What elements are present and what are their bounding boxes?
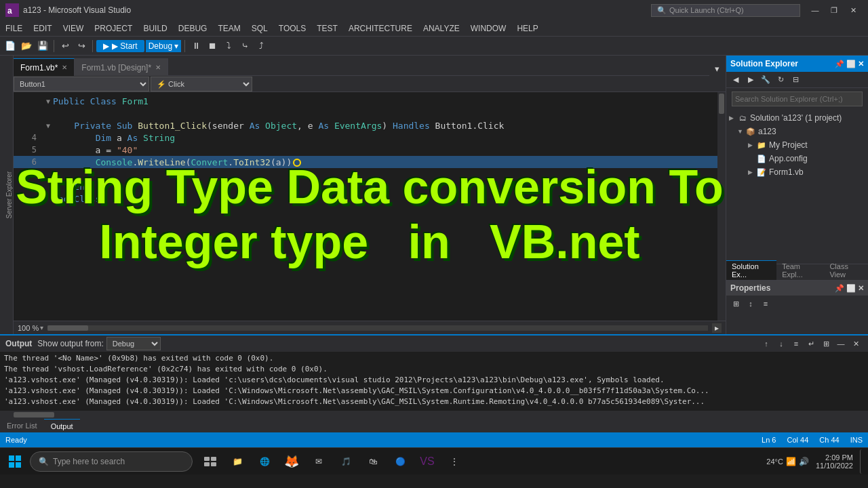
tab-output[interactable]: Output [44,419,80,432]
tree-myproject[interactable]: ▶ 📁 My Project [726,138,868,152]
tab-solution-explorer[interactable]: Solution Ex... [726,260,776,280]
output-header: Output Show output from: Debug ↑ ↓ ≡ ↵ ⊞… [0,336,868,352]
properties-alpha-button[interactable]: ↕ [744,297,757,310]
menu-project[interactable]: PROJECT [89,20,138,36]
pause-button[interactable]: ⏸ [189,39,203,54]
hscrollbar-thumb[interactable] [47,325,88,331]
stop-button[interactable]: ⏹ [205,39,220,54]
tree-project[interactable]: ▼ 📦 a123 [726,125,868,138]
taskbar-browser1[interactable]: 🌐 [252,449,277,474]
menu-tools[interactable]: TOOLS [273,20,311,36]
output-down-button[interactable]: ↓ [774,337,788,350]
se-properties-button[interactable]: 🔧 [759,73,772,87]
new-file-button[interactable]: 📄 [3,39,18,54]
taskbar-vs[interactable]: VS [415,449,439,474]
step-into-button[interactable]: ⤷ [237,39,252,54]
output-minimize-button[interactable]: — [834,337,848,350]
object-dropdown[interactable]: Button1 [14,77,149,92]
editor-hscrollbar[interactable] [47,325,708,331]
step-out-button[interactable]: ⤴ [254,39,269,54]
output-hscrollbar-thumb[interactable] [14,412,54,418]
maximize-button[interactable]: ❐ [825,3,844,17]
menu-window[interactable]: WINDOW [465,20,512,36]
menu-help[interactable]: HELP [511,20,543,36]
output-align-button[interactable]: ≡ [789,337,803,350]
tab-class-view[interactable]: Class View [824,260,868,280]
scroll-right-button[interactable]: ▸ [712,323,722,333]
tab-form1design[interactable]: Form1.vb [Design]* ✕ [75,58,168,76]
taskbar-browser2[interactable]: 🦊 [279,449,304,474]
taskbar-search[interactable]: 🔍 Type here to search [30,451,193,472]
show-desktop-button[interactable] [860,449,865,474]
menu-test[interactable]: TEST [311,20,343,36]
menu-team[interactable]: TEAM [212,20,245,36]
taskbar-date-display: 11/10/2022 [816,462,853,470]
taskbar-store[interactable]: 🛍 [361,449,385,474]
se-float-button[interactable]: ⬜ [846,60,856,68]
menu-sql[interactable]: SQL [246,20,273,36]
undo-button[interactable]: ↩ [58,39,73,54]
redo-button[interactable]: ↪ [74,39,89,54]
zoom-dropdown-icon[interactable]: ▾ [40,324,43,331]
quick-launch[interactable]: 🔍 Quick Launch (Ctrl+Q) [651,4,800,17]
tree-form1vb-label: Form1.vb [769,167,804,177]
menu-view[interactable]: VIEW [58,20,90,36]
taskbar-dots[interactable]: ⋮ [442,449,467,474]
tab-dropdown-button[interactable]: ▾ [709,61,724,76]
taskbar-media[interactable]: 🎵 [334,449,358,474]
se-pin-button[interactable]: 📌 [835,60,844,68]
start-menu-button[interactable] [3,449,27,474]
output-dropdown[interactable]: Debug [106,337,161,350]
step-over-button[interactable]: ⤵ [221,39,236,54]
task-view-button[interactable] [198,449,222,474]
menu-file[interactable]: FILE [0,20,28,36]
tree-solution[interactable]: ▶ 🗂 Solution 'a123' (1 project) [726,111,868,125]
output-up-button[interactable]: ↑ [760,337,773,350]
open-button[interactable]: 📂 [19,39,34,54]
close-button[interactable]: ✕ [844,3,863,17]
se-collapse-button[interactable]: ⊟ [789,73,802,87]
tab-team-explorer[interactable]: Team Expl... [776,260,824,280]
event-dropdown[interactable]: ⚡ Click [151,77,252,92]
start-button[interactable]: ▶ ▶ Start [96,40,144,52]
se-back-button[interactable]: ◀ [729,73,743,87]
tab-error-list[interactable]: Error List [0,419,44,432]
tab-form1vb-close[interactable]: ✕ [62,64,67,71]
vscrollbar-thumb[interactable] [719,94,724,114]
code-line-1: ▼ Public Class Form1 [14,95,726,107]
editor-vscrollbar[interactable] [717,92,726,321]
tree-myproject-arrow: ▶ [748,142,756,148]
tree-appconfig[interactable]: ▶ 📄 App.config [726,152,868,165]
zoom-level[interactable]: 100 % [18,324,39,332]
properties-pin-button[interactable]: 📌 [835,284,844,293]
menu-architecture[interactable]: ARCHITECTURE [343,20,418,36]
debug-dropdown[interactable]: Debug ▾ [146,40,182,52]
menu-debug[interactable]: DEBUG [173,20,213,36]
tree-form1vb[interactable]: ▶ 📝 Form1.vb [726,165,868,179]
properties-props-button[interactable]: ≡ [759,297,772,310]
se-search-input[interactable] [732,92,863,106]
save-button[interactable]: 💾 [35,39,50,54]
server-explorer-tab[interactable]: Server Explorer [5,171,13,218]
taskbar-mail[interactable]: ✉ [307,449,331,474]
menu-build[interactable]: BUILD [138,20,172,36]
se-forward-button[interactable]: ▶ [744,73,757,87]
properties-category-button[interactable]: ⊞ [729,297,743,310]
tab-form1design-close[interactable]: ✕ [155,64,161,71]
se-close-button[interactable]: ✕ [858,60,864,68]
tab-form1vb[interactable]: Form1.vb* ✕ [14,58,75,76]
menu-analyze[interactable]: ANALYZE [418,20,465,36]
output-grid-button[interactable]: ⊞ [819,337,833,350]
output-close-button[interactable]: ✕ [849,337,863,350]
properties-close-button[interactable]: ✕ [858,284,864,293]
taskbar-clock[interactable]: 2:09 PM 11/10/2022 [812,453,857,470]
output-wrap-button[interactable]: ↵ [804,337,818,350]
code-editor[interactable]: ▼ Public Class Form1 ▼ Private Sub Butto… [14,92,726,321]
properties-float-button[interactable]: ⬜ [846,284,856,293]
se-refresh-button[interactable]: ↻ [774,73,787,87]
taskbar-explorer[interactable]: 📁 [225,449,250,474]
minimize-button[interactable]: — [806,3,825,17]
menu-edit[interactable]: EDIT [28,20,57,36]
output-hscrollbar[interactable] [0,411,868,419]
taskbar-chrome[interactable]: 🔵 [388,449,412,474]
